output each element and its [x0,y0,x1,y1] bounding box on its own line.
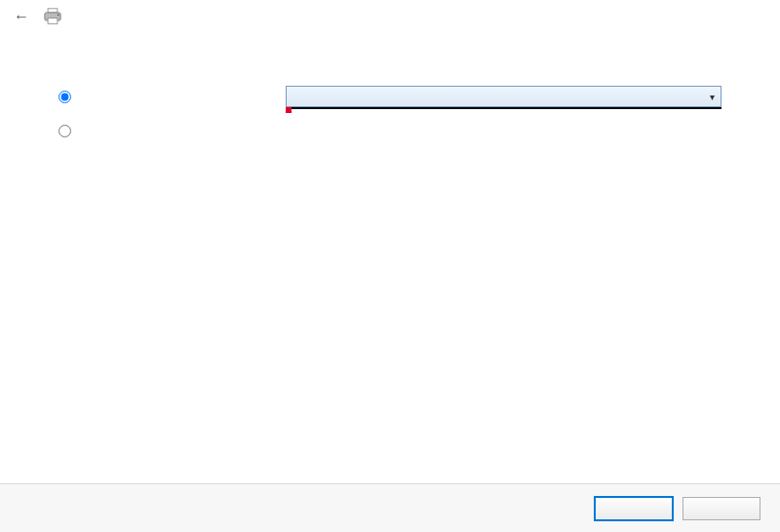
port-select[interactable]: ▾ [286,86,722,107]
footer [0,483,780,532]
svg-rect-2 [48,19,58,24]
create-new-port-radio[interactable] [58,125,71,137]
svg-rect-0 [48,9,58,13]
chevron-down-icon: ▾ [710,92,715,102]
port-dropdown[interactable] [286,107,722,109]
use-existing-port-radio[interactable] [58,91,71,103]
next-button[interactable] [595,497,673,520]
cancel-button[interactable] [682,497,760,520]
content-area: ▾ [0,33,780,155]
printer-icon [43,8,62,25]
titlebar: ← [0,0,780,33]
svg-point-3 [58,15,59,17]
existing-port-row: ▾ [58,86,722,107]
port-select-wrapper: ▾ [286,86,722,107]
create-port-row [58,125,722,137]
back-arrow-icon[interactable]: ← [10,6,33,27]
